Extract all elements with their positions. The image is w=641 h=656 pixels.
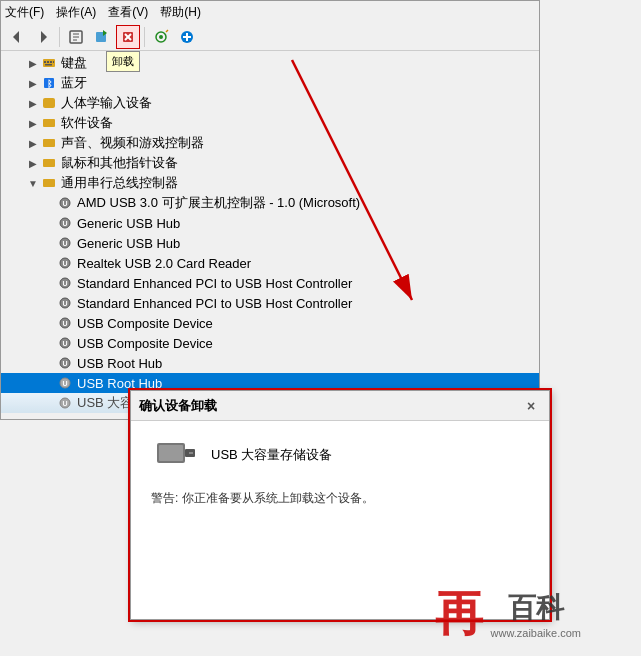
expand-sound: ▶ xyxy=(25,135,41,151)
expand-mice: ▶ xyxy=(25,155,41,171)
svg-rect-26 xyxy=(43,119,55,127)
sound-icon xyxy=(41,135,57,151)
dialog-device-row: USB 大容量存储设备 xyxy=(151,437,529,473)
tree-item-software[interactable]: ▶ 软件设备 xyxy=(1,113,539,133)
composite1-label: USB Composite Device xyxy=(77,316,213,331)
expand-keyboard: ▶ xyxy=(25,55,41,71)
svg-rect-25 xyxy=(43,98,55,108)
root-hub1-label: USB Root Hub xyxy=(77,356,162,371)
svg-text:U: U xyxy=(62,360,67,367)
menu-action[interactable]: 操作(A) xyxy=(56,4,96,21)
watermark-text: 百科 www.zaibaike.com xyxy=(491,589,581,639)
usb-storage-icon xyxy=(151,437,199,473)
tree-item-usb-controllers[interactable]: ▼ 通用串行总线控制器 xyxy=(1,173,539,193)
ehci1-label: Standard Enhanced PCI to USB Host Contro… xyxy=(77,276,352,291)
svg-text:U: U xyxy=(62,300,67,307)
hid-icon xyxy=(41,95,57,111)
composite2-icon: U xyxy=(57,335,73,351)
svg-marker-0 xyxy=(13,31,19,43)
scan-button[interactable] xyxy=(149,25,173,49)
bluetooth-icon: ᛒ xyxy=(41,75,57,91)
uninstall-icon xyxy=(120,29,136,45)
composite1-icon: U xyxy=(57,315,73,331)
tree-item-keyboard[interactable]: ▶ 键盘 xyxy=(1,53,539,73)
mice-icon xyxy=(41,155,57,171)
svg-text:ᛒ: ᛒ xyxy=(47,79,52,89)
tree-item-composite1[interactable]: ▶ U USB Composite Device xyxy=(1,313,539,333)
tree-item-root-hub1[interactable]: ▶ U USB Root Hub xyxy=(1,353,539,373)
tree-item-ehci1[interactable]: ▶ U Standard Enhanced PCI to USB Host Co… xyxy=(1,273,539,293)
realtek-label: Realtek USB 2.0 Card Reader xyxy=(77,256,251,271)
svg-line-13 xyxy=(166,30,168,32)
toolbar-sep-2 xyxy=(144,27,145,47)
ehci2-label: Standard Enhanced PCI to USB Host Contro… xyxy=(77,296,352,311)
bluetooth-label: 蓝牙 xyxy=(61,74,87,92)
forward-button[interactable] xyxy=(31,25,55,49)
ehci1-icon: U xyxy=(57,275,73,291)
svg-rect-55 xyxy=(159,445,183,461)
svg-marker-1 xyxy=(41,31,47,43)
keyboard-icon xyxy=(41,55,57,71)
uninstall-tooltip: 卸载 xyxy=(106,51,140,72)
sound-label: 声音、视频和游戏控制器 xyxy=(61,134,204,152)
tree-item-bluetooth[interactable]: ▶ ᛒ 蓝牙 xyxy=(1,73,539,93)
svg-text:U: U xyxy=(62,260,67,267)
software-label: 软件设备 xyxy=(61,114,113,132)
svg-text:U: U xyxy=(62,240,67,247)
tree-item-composite2[interactable]: ▶ U USB Composite Device xyxy=(1,333,539,353)
device-manager-window: 文件(F) 操作(A) 查看(V) 帮助(H) xyxy=(0,0,540,420)
expand-usb: ▼ xyxy=(25,175,41,191)
software-icon xyxy=(41,115,57,131)
svg-rect-29 xyxy=(43,179,55,187)
tree-area: ▶ 键盘 ▶ ᛒ 蓝牙 ▶ 人体学输入设备 ▶ xyxy=(1,51,539,417)
tree-item-hid[interactable]: ▶ 人体学输入设备 xyxy=(1,93,539,113)
usb-controllers-label: 通用串行总线控制器 xyxy=(61,174,178,192)
menu-view[interactable]: 查看(V) xyxy=(108,4,148,21)
add-button[interactable] xyxy=(175,25,199,49)
root-hub1-icon: U xyxy=(57,355,73,371)
back-button[interactable] xyxy=(5,25,29,49)
svg-text:U: U xyxy=(62,340,67,347)
generic-hub1-icon: U xyxy=(57,215,73,231)
uninstall-area: 卸载 xyxy=(116,25,140,49)
svg-text:U: U xyxy=(62,400,67,407)
svg-point-12 xyxy=(159,35,163,39)
svg-rect-22 xyxy=(45,64,52,66)
tree-item-ehci2[interactable]: ▶ U Standard Enhanced PCI to USB Host Co… xyxy=(1,293,539,313)
amd-usb-icon: U xyxy=(57,195,73,211)
tree-item-generic-hub2[interactable]: ▶ U Generic USB Hub xyxy=(1,233,539,253)
dialog-title: 确认设备卸载 xyxy=(139,397,217,415)
add-icon xyxy=(179,29,195,45)
svg-rect-28 xyxy=(43,159,55,167)
properties-button[interactable] xyxy=(64,25,88,49)
svg-text:U: U xyxy=(62,280,67,287)
update-driver-button[interactable] xyxy=(90,25,114,49)
expand-hid: ▶ xyxy=(25,95,41,111)
svg-rect-21 xyxy=(53,61,54,63)
dialog-close-button[interactable]: × xyxy=(521,396,541,416)
tree-item-sound[interactable]: ▶ 声音、视频和游戏控制器 xyxy=(1,133,539,153)
forward-icon xyxy=(35,29,51,45)
tree-item-generic-hub1[interactable]: ▶ U Generic USB Hub xyxy=(1,213,539,233)
amd-usb-label: AMD USB 3.0 可扩展主机控制器 - 1.0 (Microsoft) xyxy=(77,194,360,212)
tree-item-realtek[interactable]: ▶ U Realtek USB 2.0 Card Reader xyxy=(1,253,539,273)
tree-item-mice[interactable]: ▶ 鼠标和其他指针设备 xyxy=(1,153,539,173)
usb-more-icon: U xyxy=(57,395,73,411)
update-driver-icon xyxy=(94,29,110,45)
menu-help[interactable]: 帮助(H) xyxy=(160,4,201,21)
dialog-titlebar: 确认设备卸载 × xyxy=(131,391,549,421)
menu-file[interactable]: 文件(F) xyxy=(5,4,44,21)
keyboard-label: 键盘 xyxy=(61,54,87,72)
svg-rect-19 xyxy=(47,61,49,63)
generic-hub1-label: Generic USB Hub xyxy=(77,216,180,231)
svg-rect-20 xyxy=(50,61,52,63)
ehci2-icon: U xyxy=(57,295,73,311)
tree-item-amd-usb[interactable]: ▶ U AMD USB 3.0 可扩展主机控制器 - 1.0 (Microsof… xyxy=(1,193,539,213)
dialog-device-name: USB 大容量存储设备 xyxy=(211,446,332,464)
mice-label: 鼠标和其他指针设备 xyxy=(61,154,178,172)
expand-bluetooth: ▶ xyxy=(25,75,41,91)
generic-hub2-label: Generic USB Hub xyxy=(77,236,180,251)
menubar: 文件(F) 操作(A) 查看(V) 帮助(H) xyxy=(1,1,539,23)
uninstall-button[interactable] xyxy=(116,25,140,49)
generic-hub2-icon: U xyxy=(57,235,73,251)
